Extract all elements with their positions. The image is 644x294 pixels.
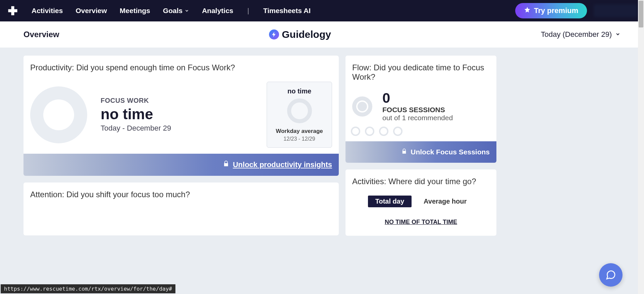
- flow-sub: out of 1 recommended: [382, 114, 490, 122]
- flow-card: Flow: Did you dedicate time to Focus Wor…: [345, 56, 496, 163]
- brand: Guidelogy: [269, 29, 331, 40]
- lock-icon: [401, 148, 407, 156]
- flow-stats: 0 FOCUS SESSIONS out of 1 recommended: [382, 91, 490, 122]
- lock-icon: [223, 160, 229, 169]
- activities-card: Activities: Where did your time go? Tota…: [345, 169, 496, 236]
- chevron-down-icon: [615, 30, 621, 39]
- flow-session-dots: [351, 127, 496, 141]
- nav-goals[interactable]: Goals: [163, 7, 189, 15]
- attention-title: Attention: Did you shift your focus too …: [23, 182, 339, 205]
- nav-analytics[interactable]: Analytics: [202, 7, 233, 15]
- workday-average-box[interactable]: no time Workday average 12/23 - 12/29: [267, 82, 332, 148]
- top-nav: Activities Overview Meetings Goals Analy…: [0, 0, 644, 21]
- scrollbar-thumb[interactable]: [639, 1, 643, 27]
- nav-goals-label: Goals: [163, 7, 182, 15]
- chevron-down-icon: [184, 7, 189, 15]
- chat-support-button[interactable]: [599, 263, 623, 287]
- try-premium-label: Try premium: [534, 6, 578, 15]
- focus-work-value: no time: [101, 106, 253, 123]
- nav-separator: |: [246, 7, 251, 15]
- flow-label: FOCUS SESSIONS: [382, 106, 490, 114]
- avg-range: 12/23 - 12/29: [270, 136, 328, 142]
- activities-title: Activities: Where did your time go?: [345, 169, 496, 192]
- flow-body: 0 FOCUS SESSIONS out of 1 recommended: [345, 88, 496, 129]
- nav-right: Try premium: [515, 3, 637, 18]
- activities-empty-message[interactable]: NO TIME OF TOTAL TIME: [345, 211, 496, 236]
- avg-value: no time: [270, 87, 328, 95]
- productivity-summary: FOCUS WORK no time Today - December 29: [101, 97, 253, 133]
- nav-meetings[interactable]: Meetings: [120, 7, 150, 15]
- flow-count: 0: [382, 91, 490, 105]
- right-column: Flow: Did you dedicate time to Focus Wor…: [345, 56, 496, 236]
- unlock-focus-label: Unlock Focus Sessions: [411, 148, 490, 156]
- productivity-card: Productivity: Did you spend enough time …: [23, 56, 339, 176]
- flow-title: Flow: Did you dedicate time to Focus Wor…: [345, 56, 496, 88]
- avg-donut-chart: [287, 98, 312, 123]
- unlock-productivity-label: Unlock productivity insights: [233, 160, 332, 169]
- unlock-focus-button[interactable]: Unlock Focus Sessions: [345, 141, 496, 163]
- session-dot: [351, 127, 360, 136]
- nav-left: Activities Overview Meetings Goals Analy…: [7, 5, 311, 17]
- try-premium-button[interactable]: Try premium: [515, 3, 587, 18]
- sub-header: Overview Guidelogy Today (December 29): [0, 21, 644, 48]
- avg-label: Workday average: [270, 128, 328, 135]
- content-area: Productivity: Did you spend enough time …: [0, 48, 644, 244]
- activities-tabs: Total day Average hour: [345, 192, 496, 211]
- focus-work-date: Today - December 29: [101, 124, 253, 133]
- session-dot: [393, 127, 402, 136]
- brand-name: Guidelogy: [282, 29, 331, 40]
- productivity-title: Productivity: Did you spend enough time …: [23, 56, 339, 78]
- nav-activities[interactable]: Activities: [32, 7, 63, 15]
- nav-overview[interactable]: Overview: [75, 7, 107, 15]
- flow-donut-chart: [352, 96, 372, 117]
- session-dot: [379, 127, 388, 136]
- attention-body: [23, 205, 339, 235]
- productivity-donut-chart: [30, 86, 87, 143]
- brand-icon: [269, 29, 279, 40]
- tab-average-hour[interactable]: Average hour: [416, 196, 474, 207]
- tab-total-day[interactable]: Total day: [368, 196, 412, 207]
- star-icon: [524, 6, 531, 15]
- status-bar-url: https://www.rescuetime.com/rtx/overview/…: [1, 284, 175, 293]
- app-logo-icon[interactable]: [7, 5, 19, 17]
- page-title: Overview: [23, 30, 59, 39]
- left-column: Productivity: Did you spend enough time …: [23, 56, 339, 236]
- unlock-productivity-button[interactable]: Unlock productivity insights: [23, 154, 339, 176]
- session-dot: [365, 127, 374, 136]
- focus-work-label: FOCUS WORK: [101, 97, 253, 104]
- user-menu[interactable]: [594, 4, 637, 17]
- date-picker[interactable]: Today (December 29): [541, 30, 621, 39]
- date-label: Today (December 29): [541, 30, 612, 39]
- productivity-body: FOCUS WORK no time Today - December 29 n…: [23, 78, 339, 154]
- nav-timesheets[interactable]: Timesheets AI: [263, 7, 311, 15]
- attention-card: Attention: Did you shift your focus too …: [23, 182, 339, 235]
- vertical-scrollbar[interactable]: [638, 0, 644, 294]
